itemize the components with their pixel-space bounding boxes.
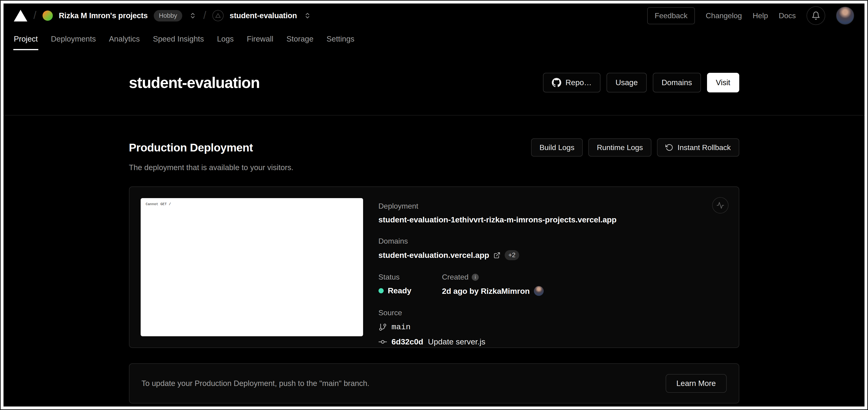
breadcrumb: / Rizka M Imron's projects Hobby / stude…	[14, 10, 312, 22]
commit-hash[interactable]: 6d32c0d	[392, 337, 423, 346]
vercel-logo-icon[interactable]	[14, 10, 27, 22]
status-ready-dot	[378, 288, 384, 293]
project-header: student-evaluation Repo… Usage Domains V…	[3, 50, 865, 115]
project-switcher-button[interactable]	[303, 11, 312, 20]
project-avatar[interactable]	[212, 10, 224, 21]
deployment-activity-button[interactable]	[712, 197, 728, 213]
vercel-dashboard: / Rizka M Imron's projects Hobby / stude…	[3, 3, 865, 407]
tab-deployments[interactable]: Deployments	[44, 28, 102, 50]
tab-firewall[interactable]: Firewall	[240, 28, 280, 50]
repo-button[interactable]: Repo…	[543, 73, 600, 93]
git-branch-icon	[378, 323, 387, 331]
plan-badge: Hobby	[154, 10, 182, 22]
project-triangle-icon	[215, 12, 221, 19]
creator-avatar[interactable]	[534, 286, 544, 296]
instant-rollback-button[interactable]: Instant Rollback	[657, 138, 739, 157]
external-link-icon[interactable]	[493, 252, 500, 259]
extra-domains-badge[interactable]: +2	[505, 250, 519, 260]
domains-label: Domains	[378, 237, 617, 245]
source-label: Source	[378, 308, 617, 317]
preview-page-text: Cannot GET /	[146, 202, 171, 206]
tab-storage[interactable]: Storage	[280, 28, 320, 50]
domains-button[interactable]: Domains	[653, 73, 701, 93]
docs-link[interactable]: Docs	[779, 11, 796, 20]
tab-analytics[interactable]: Analytics	[102, 28, 146, 50]
page-title: student-evaluation	[129, 74, 260, 92]
branch-name[interactable]: main	[392, 323, 411, 332]
changelog-link[interactable]: Changelog	[706, 11, 742, 20]
project-tabbar: Project Deployments Analytics Speed Insi…	[3, 28, 865, 50]
screenshot-frame: / Rizka M Imron's projects Hobby / stude…	[0, 0, 868, 410]
production-update-note: To update your Production Deployment, pu…	[129, 363, 739, 404]
status-label: Status	[378, 273, 442, 281]
activity-pulse-icon	[716, 201, 724, 209]
runtime-logs-button[interactable]: Runtime Logs	[588, 138, 651, 157]
top-navbar: / Rizka M Imron's projects Hobby / stude…	[3, 3, 865, 28]
main-content: Production Deployment Build Logs Runtime…	[3, 115, 865, 404]
help-link[interactable]: Help	[752, 11, 768, 20]
section-actions: Build Logs Runtime Logs Instant Rollback	[531, 138, 739, 157]
project-name[interactable]: student-evaluation	[230, 11, 297, 20]
usage-button[interactable]: Usage	[607, 73, 647, 93]
info-icon[interactable]: i	[472, 274, 479, 281]
primary-domain[interactable]: student-evaluation.vercel.app	[378, 251, 489, 260]
deployment-url[interactable]: student-evaluation-1ethivvrt-rizka-m-imr…	[378, 215, 617, 224]
team-avatar[interactable]	[42, 10, 53, 21]
notifications-button[interactable]	[807, 6, 825, 25]
learn-more-button[interactable]: Learn More	[666, 374, 726, 393]
section-heading: Production Deployment	[129, 141, 253, 154]
chevrons-up-down-icon	[304, 12, 311, 19]
visit-button[interactable]: Visit	[707, 73, 739, 93]
rollback-icon	[665, 143, 673, 151]
tab-project[interactable]: Project	[7, 28, 44, 50]
instant-rollback-label: Instant Rollback	[678, 143, 731, 152]
tab-logs[interactable]: Logs	[211, 28, 241, 50]
deployment-label: Deployment	[378, 202, 617, 210]
bell-icon	[811, 11, 820, 20]
commit-message: Update server.js	[428, 337, 486, 346]
build-logs-button[interactable]: Build Logs	[531, 138, 583, 157]
repo-button-label: Repo…	[565, 78, 592, 87]
tab-settings[interactable]: Settings	[320, 28, 361, 50]
production-deployment-card: Cannot GET / Deployment student-evaluati…	[129, 186, 739, 348]
created-value: 2d ago by RizkaMimron	[442, 286, 530, 296]
note-text: To update your Production Deployment, pu…	[142, 379, 370, 388]
section-subtitle: The deployment that is available to your…	[129, 163, 739, 172]
navbar-actions: Feedback Changelog Help Docs	[647, 6, 854, 25]
git-commit-icon	[378, 338, 387, 346]
header-actions: Repo… Usage Domains Visit	[543, 73, 739, 93]
status-value: Ready	[388, 286, 411, 295]
breadcrumb-separator: /	[33, 10, 36, 21]
team-name[interactable]: Rizka M Imron's projects	[59, 11, 148, 20]
github-icon	[552, 78, 561, 87]
chevrons-up-down-icon	[189, 12, 196, 19]
user-avatar[interactable]	[836, 6, 854, 25]
team-switcher-button[interactable]	[188, 11, 197, 20]
breadcrumb-separator: /	[203, 10, 206, 21]
feedback-button[interactable]: Feedback	[647, 7, 695, 24]
tab-speed-insights[interactable]: Speed Insights	[146, 28, 210, 50]
created-label: Created	[442, 273, 469, 281]
deployment-details: Deployment student-evaluation-1ethivvrt-…	[378, 198, 617, 336]
deployment-preview[interactable]: Cannot GET /	[141, 198, 363, 336]
